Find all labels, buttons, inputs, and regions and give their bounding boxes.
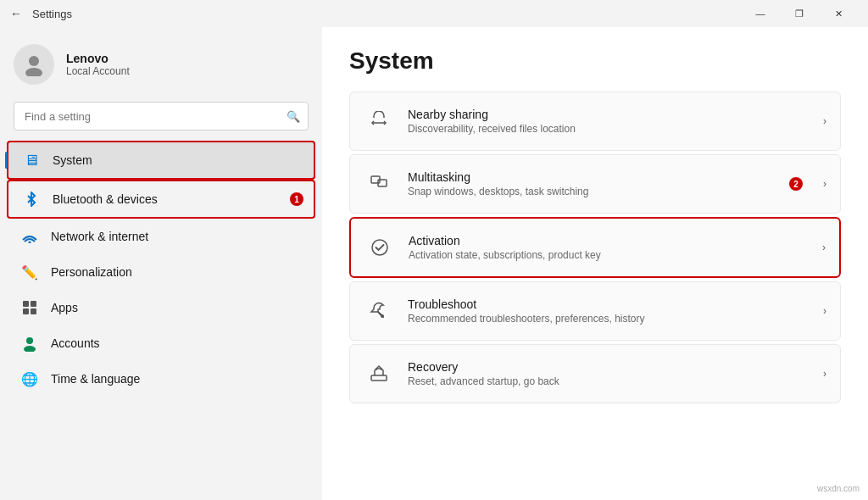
svg-rect-5 <box>23 308 29 314</box>
active-indicator <box>5 152 8 169</box>
multitasking-title: Multitasking <box>408 170 823 184</box>
user-profile[interactable]: Lenovo Local Account <box>0 27 322 98</box>
setting-card-recovery[interactable]: Recovery Reset, advanced startup, go bac… <box>349 344 841 403</box>
bluetooth-icon <box>22 190 41 208</box>
sidebar-item-personalization[interactable]: ✏️ Personalization <box>7 254 315 290</box>
system-icon: 🖥 <box>22 151 41 169</box>
activation-icon <box>364 232 395 263</box>
recovery-chevron: › <box>823 368 826 380</box>
page-title: System <box>349 47 841 75</box>
svg-point-7 <box>26 337 33 344</box>
troubleshoot-text: Troubleshoot Recommended troubleshooters… <box>408 297 823 325</box>
nearby-sharing-text: Nearby sharing Discoverability, received… <box>408 108 823 135</box>
maximize-button[interactable]: ❐ <box>780 0 819 27</box>
svg-point-15 <box>381 314 384 318</box>
sidebar-item-system[interactable]: 🖥 System <box>7 141 315 180</box>
svg-rect-3 <box>23 301 29 307</box>
accounts-icon <box>20 334 39 353</box>
sidebar: Lenovo Local Account 🔍 🖥 System Bluetoot… <box>0 27 322 500</box>
back-button[interactable]: ← <box>10 7 22 20</box>
close-button[interactable]: ✕ <box>819 0 858 27</box>
sidebar-item-label-time: Time & language <box>51 372 140 386</box>
titlebar: ← Settings — ❐ ✕ <box>0 0 868 27</box>
troubleshoot-icon <box>364 296 394 326</box>
time-icon: 🌐 <box>20 369 39 388</box>
recovery-title: Recovery <box>408 360 823 374</box>
recovery-text: Recovery Reset, advanced startup, go bac… <box>408 360 823 387</box>
sidebar-item-bluetooth[interactable]: Bluetooth & devices 1 <box>7 180 315 219</box>
troubleshoot-desc: Recommended troubleshooters, preferences… <box>408 313 823 325</box>
sidebar-item-label-network: Network & internet <box>51 230 148 243</box>
activation-chevron: › <box>822 242 826 253</box>
setting-card-activation[interactable]: Activation Activation state, subscriptio… <box>349 217 841 278</box>
troubleshoot-chevron: › <box>823 305 826 317</box>
main-content: System Nearby sharing Discoverability, r… <box>322 27 868 500</box>
multitasking-badge: 2 <box>789 177 803 191</box>
nearby-sharing-title: Nearby sharing <box>408 108 823 121</box>
sidebar-item-label-system: System <box>53 153 92 167</box>
user-name: Lenovo <box>66 52 130 65</box>
app-body: Lenovo Local Account 🔍 🖥 System Bluetoot… <box>0 27 868 500</box>
nearby-sharing-icon <box>364 106 394 136</box>
apps-icon <box>20 298 39 317</box>
svg-point-8 <box>24 346 36 352</box>
svg-rect-16 <box>371 375 387 381</box>
recovery-icon <box>364 358 394 389</box>
search-bar: 🔍 <box>14 102 309 131</box>
multitasking-desc: Snap windows, desktops, task switching <box>408 186 823 197</box>
nearby-sharing-chevron: › <box>823 115 826 127</box>
nearby-sharing-desc: Discoverability, received files location <box>408 123 823 135</box>
sidebar-item-label-personalization: Personalization <box>51 265 132 279</box>
svg-point-2 <box>29 242 31 244</box>
personalization-icon: ✏️ <box>20 263 39 281</box>
minimize-button[interactable]: — <box>741 0 780 27</box>
svg-point-0 <box>29 56 39 66</box>
setting-card-troubleshoot[interactable]: Troubleshoot Recommended troubleshooters… <box>349 281 841 341</box>
window-controls: — ❐ ✕ <box>741 0 858 27</box>
sidebar-item-network[interactable]: Network & internet <box>7 219 315 254</box>
titlebar-title: Settings <box>32 8 741 20</box>
svg-point-12 <box>372 240 387 255</box>
svg-point-1 <box>25 68 42 76</box>
sidebar-item-label-apps: Apps <box>51 301 78 314</box>
setting-card-multitasking[interactable]: Multitasking Snap windows, desktops, tas… <box>349 154 841 214</box>
svg-rect-6 <box>31 308 36 314</box>
bluetooth-badge: 1 <box>290 192 303 206</box>
multitasking-chevron: › <box>823 178 826 190</box>
sidebar-item-label-accounts: Accounts <box>51 336 100 350</box>
svg-rect-4 <box>31 301 36 307</box>
sidebar-item-time[interactable]: 🌐 Time & language <box>7 361 315 397</box>
avatar <box>14 44 54 85</box>
troubleshoot-title: Troubleshoot <box>408 297 823 311</box>
search-icon: 🔍 <box>287 110 300 123</box>
activation-text: Activation Activation state, subscriptio… <box>409 234 822 261</box>
search-input[interactable] <box>14 102 309 131</box>
user-info: Lenovo Local Account <box>66 52 130 77</box>
network-icon <box>20 227 39 246</box>
multitasking-text: Multitasking Snap windows, desktops, tas… <box>408 170 823 197</box>
setting-card-nearby-sharing[interactable]: Nearby sharing Discoverability, received… <box>349 92 841 151</box>
sidebar-item-accounts[interactable]: Accounts <box>7 325 315 361</box>
recovery-desc: Reset, advanced startup, go back <box>408 375 823 387</box>
multitasking-icon <box>364 169 394 199</box>
user-account-type: Local Account <box>66 65 130 77</box>
activation-title: Activation <box>409 234 822 247</box>
sidebar-item-label-bluetooth: Bluetooth & devices <box>53 192 158 206</box>
sidebar-item-apps[interactable]: Apps <box>7 290 315 325</box>
activation-desc: Activation state, subscriptions, product… <box>409 249 822 261</box>
